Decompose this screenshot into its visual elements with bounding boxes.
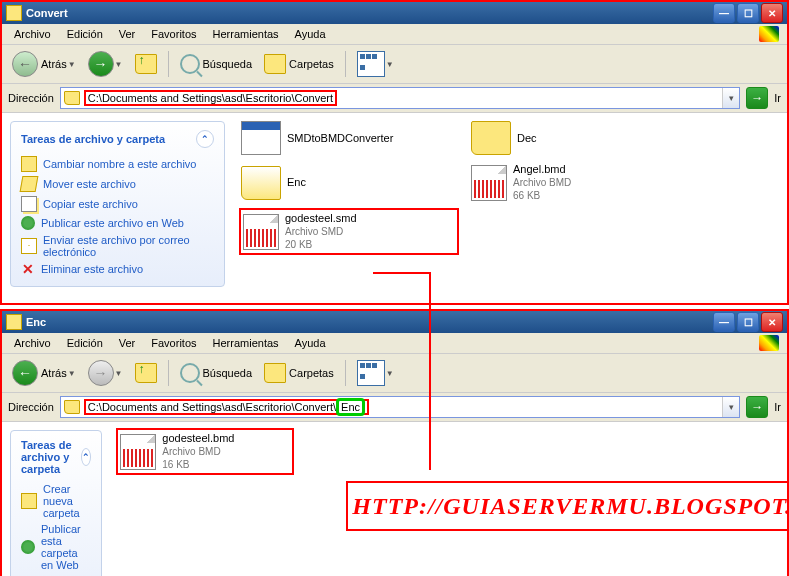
address-highlight-enc: Enc [336,398,365,416]
file-list[interactable]: SMDtoBMDConverter Dec Enc Angel.bmdArchi… [233,113,787,261]
side-panel: Tareas de archivo y carpeta⌃ Crear nueva… [2,422,110,576]
minimize-button[interactable]: — [713,3,735,23]
task-delete[interactable]: ✕Eliminar este archivo [21,260,214,278]
folder-icon [264,363,286,383]
menu-herramientas[interactable]: Herramientas [205,26,287,42]
annotation-line [373,272,429,274]
menu-bar: Archivo Edición Ver Favoritos Herramient… [2,333,787,354]
file-icon [243,214,279,250]
task-copy[interactable]: Copiar este archivo [21,194,214,214]
task-rename[interactable]: Cambiar nombre a este archivo [21,154,214,174]
window-title: Enc [26,316,711,328]
app-icon [241,121,281,155]
folder-icon [64,91,80,105]
side-panel: Tareas de archivo y carpeta⌃ Cambiar nom… [2,113,233,303]
menu-edicion[interactable]: Edición [59,335,111,351]
address-path: C:\Documents and Settings\asd\Escritorio… [84,399,369,415]
maximize-button[interactable]: ☐ [737,3,759,23]
windows-flag-icon [759,335,779,351]
chevron-down-icon[interactable]: ▼ [115,60,123,69]
menu-archivo[interactable]: Archivo [6,26,59,42]
file-item-smdconv[interactable]: SMDtoBMDConverter [239,119,459,157]
file-item-enc[interactable]: Enc [239,161,459,204]
chevron-down-icon[interactable]: ▼ [386,369,394,378]
tasks-title: Tareas de archivo y carpeta [21,439,81,475]
forward-button[interactable]: →▼ [84,358,127,388]
menu-ver[interactable]: Ver [111,335,144,351]
up-button[interactable] [131,52,161,76]
file-list[interactable]: godesteel.bmdArchivo BMD16 KB HTTP://GUI… [110,422,789,543]
views-button[interactable]: ▼ [353,49,398,79]
window-body: Tareas de archivo y carpeta⌃ Crear nueva… [2,422,787,576]
folder-icon [471,121,511,155]
menu-archivo[interactable]: Archivo [6,335,59,351]
address-input[interactable]: C:\Documents and Settings\asd\Escritorio… [60,87,740,109]
annotation-line [429,272,431,470]
tasks-pane: Tareas de archivo y carpeta⌃ Cambiar nom… [10,121,225,287]
back-button[interactable]: ←Atrás▼ [8,49,80,79]
task-new-folder[interactable]: Crear nueva carpeta [21,481,91,521]
file-item-godesteel-selected[interactable]: godesteel.smdArchivo SMD20 KB [239,208,459,255]
window-title: Convert [26,7,711,19]
toolbar: ←Atrás▼ →▼ Búsqueda Carpetas ▼ [2,354,787,393]
menu-favoritos[interactable]: Favoritos [143,26,204,42]
explorer-window-convert: Convert — ☐ ✕ Archivo Edición Ver Favori… [0,0,789,305]
tasks-pane: Tareas de archivo y carpeta⌃ Crear nueva… [10,430,102,576]
menu-herramientas[interactable]: Herramientas [205,335,287,351]
task-email[interactable]: Enviar este archivo por correo electróni… [21,232,214,260]
search-button[interactable]: Búsqueda [176,52,257,76]
move-icon [20,176,39,192]
maximize-button[interactable]: ☐ [737,312,759,332]
globe-icon [21,540,35,554]
back-button[interactable]: ←Atrás▼ [8,358,80,388]
address-label: Dirección [8,92,54,104]
menu-ayuda[interactable]: Ayuda [287,26,334,42]
go-button[interactable]: → [746,396,768,418]
close-button[interactable]: ✕ [761,312,783,332]
address-path: C:\Documents and Settings\asd\Escritorio… [84,90,337,106]
separator [168,360,169,386]
separator [168,51,169,77]
collapse-icon[interactable]: ⌃ [81,448,91,466]
task-publish[interactable]: Publicar este archivo en Web [21,214,214,232]
file-item-angel[interactable]: Angel.bmdArchivo BMD66 KB [469,161,689,204]
menu-ver[interactable]: Ver [111,26,144,42]
title-bar[interactable]: Convert — ☐ ✕ [2,2,787,24]
address-label: Dirección [8,401,54,413]
go-label: Ir [774,92,781,104]
task-move[interactable]: Mover este archivo [21,174,214,194]
copy-icon [21,196,37,212]
search-button[interactable]: Búsqueda [176,361,257,385]
file-item-dec[interactable]: Dec [469,119,689,157]
address-dropdown[interactable]: ▾ [722,88,739,108]
title-bar[interactable]: Enc — ☐ ✕ [2,311,787,333]
chevron-down-icon[interactable]: ▼ [68,60,76,69]
folders-button[interactable]: Carpetas [260,361,338,385]
chevron-down-icon[interactable]: ▼ [68,369,76,378]
address-dropdown[interactable]: ▾ [722,397,739,417]
minimize-button[interactable]: — [713,312,735,332]
folder-icon [6,314,22,330]
file-item-godesteel-bmd[interactable]: godesteel.bmdArchivo BMD16 KB [116,428,294,475]
folder-icon [6,5,22,21]
address-bar: Dirección C:\Documents and Settings\asd\… [2,84,787,113]
go-button[interactable]: → [746,87,768,109]
close-button[interactable]: ✕ [761,3,783,23]
chevron-down-icon[interactable]: ▼ [386,60,394,69]
separator [345,51,346,77]
search-icon [180,363,200,383]
explorer-window-enc: Enc — ☐ ✕ Archivo Edición Ver Favoritos … [0,309,789,576]
menu-ayuda[interactable]: Ayuda [287,335,334,351]
separator [345,360,346,386]
collapse-icon[interactable]: ⌃ [196,130,214,148]
menu-favoritos[interactable]: Favoritos [143,335,204,351]
task-publish[interactable]: Publicar esta carpeta en Web [21,521,91,573]
folders-button[interactable]: Carpetas [260,52,338,76]
views-button[interactable]: ▼ [353,358,398,388]
up-button[interactable] [131,361,161,385]
address-input[interactable]: C:\Documents and Settings\asd\Escritorio… [60,396,740,418]
menu-bar: Archivo Edición Ver Favoritos Herramient… [2,24,787,45]
chevron-down-icon[interactable]: ▼ [115,369,123,378]
forward-button[interactable]: →▼ [84,49,127,79]
menu-edicion[interactable]: Edición [59,26,111,42]
